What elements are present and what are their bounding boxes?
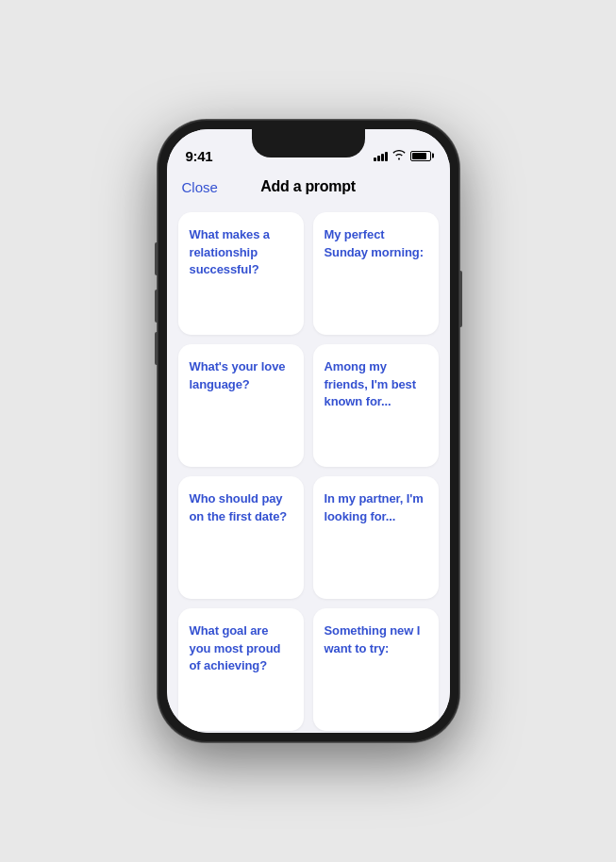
phone-screen: 9:41 (167, 129, 450, 733)
app-header: Close Add a prompt (167, 171, 450, 205)
wifi-icon (392, 150, 406, 162)
status-icons (374, 150, 431, 162)
prompt-card-3[interactable]: What's your love language? (178, 344, 304, 467)
prompts-grid: What makes a relationship successful? My… (178, 212, 439, 731)
status-time: 9:41 (186, 148, 213, 164)
notch (252, 129, 365, 157)
signal-icon (374, 150, 388, 161)
header-title: Add a prompt (260, 178, 355, 195)
battery-icon (410, 151, 431, 161)
prompt-card-6[interactable]: In my partner, I'm looking for... (313, 476, 439, 599)
prompt-card-5[interactable]: Who should pay on the first date? (178, 476, 304, 599)
phone-frame: 9:41 (158, 120, 459, 742)
prompt-card-7[interactable]: What goal are you most proud of achievin… (178, 608, 304, 731)
prompt-card-2[interactable]: My perfect Sunday morning: (313, 212, 439, 335)
prompt-card-4[interactable]: Among my friends, I'm best known for... (313, 344, 439, 467)
prompt-card-8[interactable]: Something new I want to try: (313, 608, 439, 731)
status-bar: 9:41 (167, 129, 450, 171)
prompt-card-1[interactable]: What makes a relationship successful? (178, 212, 304, 335)
content-area[interactable]: What makes a relationship successful? My… (167, 205, 450, 733)
close-button[interactable]: Close (182, 179, 218, 195)
